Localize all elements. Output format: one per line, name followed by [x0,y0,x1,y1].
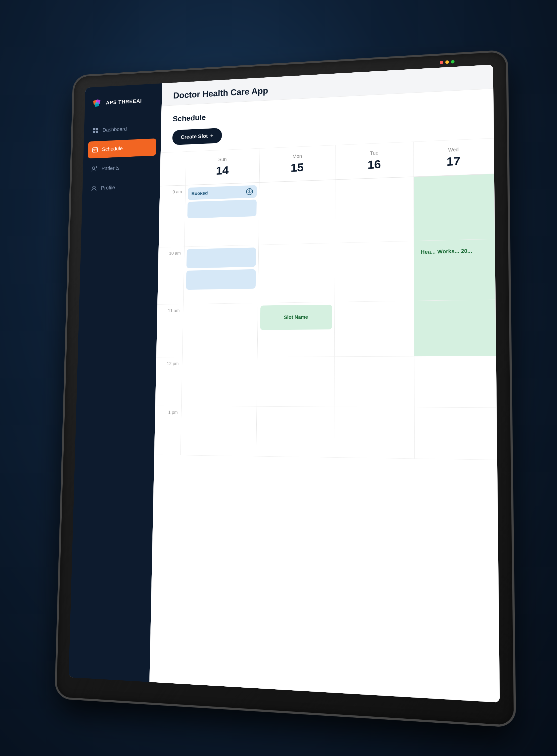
blue-block-3 [186,269,256,290]
time-header-cell [160,152,186,186]
cell-tue-12pm [334,356,414,407]
day-number-mon: 15 [264,159,330,175]
plus-icon: + [210,133,214,139]
day-number-wed: 17 [419,153,489,170]
svg-rect-11 [94,150,95,151]
slot-name-event[interactable]: Slot Name [260,304,332,330]
brand-name: APS THREEAI [106,98,142,106]
svg-rect-6 [96,130,98,133]
svg-rect-4 [96,128,98,130]
day-name-mon: Mon [265,152,330,161]
cell-wed-1pm [414,407,497,460]
svg-line-10 [92,149,97,149]
day-header-sun: Sun 14 [185,148,260,185]
svg-point-15 [92,186,95,189]
calendar-body: 9 am Booked ⓘ [154,174,497,460]
dashboard-label: Dashboard [102,126,127,133]
brand-logo [93,98,103,109]
cell-mon-9am [259,179,335,245]
cell-tue-1pm [334,407,414,458]
cell-mon-1pm [256,406,334,457]
health-workshop-event: Hea... Works... 20... [416,241,492,261]
day-header-wed: Wed 17 [413,138,494,177]
status-dots [440,60,454,64]
time-label-12pm: 12 pm [155,357,182,406]
sidebar-item-patients[interactable]: Patients [83,158,160,178]
blue-block-1 [187,199,257,219]
svg-rect-5 [93,131,95,133]
profile-label: Profile [101,184,115,191]
svg-rect-16 [93,186,95,187]
cell-wed-9am [413,174,495,241]
time-row-9am: 9 am Booked ⓘ [159,174,495,248]
cell-sun-1pm [180,406,257,456]
cell-wed-12pm [414,356,497,408]
svg-rect-2 [94,102,99,107]
day-name-wed: Wed [419,145,489,154]
cell-sun-11am [182,303,258,357]
sidebar-item-profile[interactable]: Profile [82,177,160,198]
content-area: Schedule Create Slot + [149,89,500,702]
logo-area: APS THREEAI [85,95,162,120]
cell-tue-9am [335,177,414,243]
time-label-1pm: 1 pm [154,406,181,455]
schedule-icon [91,146,98,153]
day-header-mon: Mon 15 [259,145,335,182]
time-row-12pm: 12 pm [155,356,497,408]
time-row-1pm: 1 pm [154,406,497,460]
time-row-10am: 10 am [157,239,496,304]
svg-point-12 [92,167,95,169]
dashboard-icon [92,127,99,134]
day-name-tue: Tue [341,149,408,157]
monitor-screen: APS THREEAI Dashboard [69,65,500,703]
cell-tue-10am [335,241,414,302]
time-label-9am: 9 am [159,185,185,248]
time-label-10am: 10 am [157,247,184,304]
sidebar-item-schedule[interactable]: Schedule [88,139,156,159]
svg-rect-3 [93,128,95,130]
day-number-tue: 16 [341,156,408,172]
cell-wed-10am: Hea... Works... 20... [414,239,496,301]
time-label-11am: 11 am [156,304,183,357]
cell-sun-9am: Booked ⓘ [184,182,259,247]
calendar-table: Sun 14 Mon 15 Tue [154,138,497,460]
cell-mon-11am: Slot Name [257,302,335,357]
time-row-11am: 11 am Slot Name [156,300,496,357]
cell-mon-12pm [257,356,334,407]
create-slot-label: Create Slot [181,133,208,140]
cell-sun-12pm [181,357,257,406]
create-slot-button[interactable]: Create Slot + [172,128,222,145]
profile-icon [90,185,97,192]
main-content: Doctor Health Care App Schedule Create S… [149,65,500,703]
svg-rect-7 [92,147,97,152]
day-name-sun: Sun [190,155,255,164]
dot-red [440,61,443,64]
dot-green [451,60,454,63]
cell-wed-11am [414,300,496,356]
schedule-label: Schedule [102,145,123,152]
day-header-tue: Tue 16 [335,142,414,179]
info-icon[interactable]: ⓘ [246,188,253,195]
cell-mon-10am [258,243,335,303]
day-number-sun: 14 [190,163,255,178]
sidebar-item-dashboard[interactable]: Dashboard [84,119,161,140]
cell-sun-10am [183,245,259,304]
patients-icon [91,165,98,173]
blue-block-2 [186,248,256,268]
dot-yellow [445,60,449,64]
booked-event[interactable]: Booked ⓘ [187,185,257,200]
calendar-container: Sun 14 Mon 15 Tue [149,138,500,702]
cell-tue-11am [334,301,414,356]
booked-label: Booked [192,191,208,196]
monitor: APS THREEAI Dashboard [56,52,514,725]
patients-label: Patients [101,165,120,172]
